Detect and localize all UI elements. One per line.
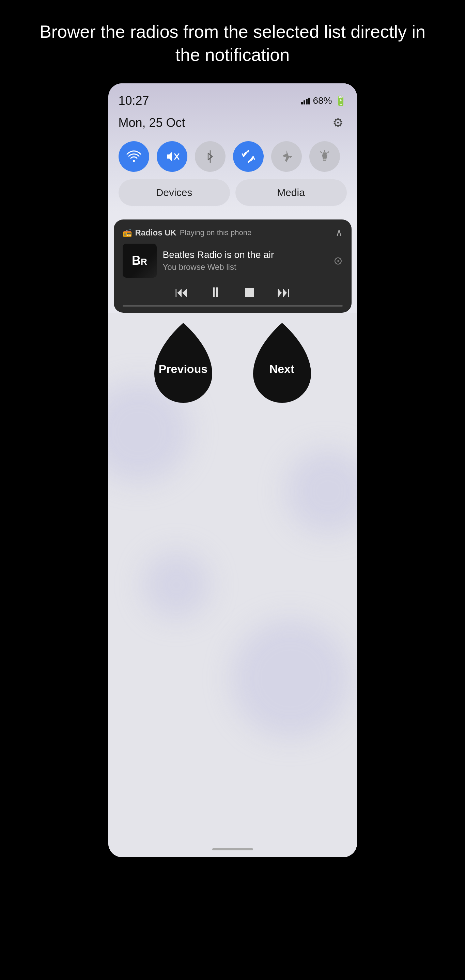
status-time: 10:27 bbox=[118, 94, 149, 108]
action-buttons: Devices Media bbox=[118, 179, 347, 206]
next-button[interactable]: ⏭ bbox=[277, 285, 291, 300]
playback-controls: ⏮ ⏸ ⏹ ⏭ bbox=[123, 285, 343, 300]
svg-line-7 bbox=[328, 152, 329, 153]
track-subtitle: You browse Web list bbox=[163, 262, 328, 272]
radio-icon: 📻 bbox=[123, 228, 132, 237]
notification-shade: 10:27 68% 🔋 Mon, 25 Oct ⚙ bbox=[108, 83, 357, 213]
bg-decoration bbox=[142, 551, 211, 619]
bg-decoration bbox=[286, 449, 357, 534]
bg-decoration bbox=[231, 619, 350, 738]
bottom-handle bbox=[212, 848, 253, 850]
overlay-buttons: Previous Next bbox=[108, 313, 357, 408]
battery-icon: 🔋 bbox=[335, 95, 347, 107]
track-title: Beatles Radio is on the air bbox=[163, 250, 328, 260]
quick-toggles bbox=[118, 141, 347, 172]
media-button[interactable]: Media bbox=[235, 179, 347, 206]
status-icons: 68% 🔋 bbox=[301, 95, 347, 107]
app-name: Radios UK bbox=[135, 228, 176, 237]
svg-line-6 bbox=[321, 152, 321, 153]
media-info: Beatles Radio is on the air You browse W… bbox=[163, 250, 328, 272]
expand-icon[interactable]: ∧ bbox=[336, 227, 343, 238]
status-bar: 10:27 68% 🔋 bbox=[118, 94, 347, 108]
mute-toggle[interactable] bbox=[157, 141, 187, 172]
album-art: BR bbox=[123, 243, 157, 278]
cast-icon[interactable]: ⊙ bbox=[334, 254, 343, 267]
settings-icon[interactable]: ⚙ bbox=[329, 114, 347, 132]
media-content: BR Beatles Radio is on the air You brows… bbox=[123, 243, 343, 278]
next-label: Next bbox=[270, 363, 295, 375]
battery-percentage: 68% bbox=[313, 95, 332, 106]
devices-button[interactable]: Devices bbox=[118, 179, 230, 206]
prev-button[interactable]: ⏮ bbox=[175, 285, 189, 300]
sync-toggle[interactable] bbox=[233, 141, 264, 172]
phone-frame: 10:27 68% 🔋 Mon, 25 Oct ⚙ bbox=[108, 83, 357, 857]
page-title: Brower the radios from the selected list… bbox=[0, 0, 465, 83]
app-info: 📻 Radios UK Playing on this phone bbox=[123, 228, 252, 237]
wifi-toggle[interactable] bbox=[118, 141, 149, 172]
flashlight-toggle[interactable] bbox=[309, 141, 340, 172]
date-label: Mon, 25 Oct bbox=[118, 116, 185, 130]
stop-button[interactable]: ⏹ bbox=[243, 285, 257, 300]
previous-label: Previous bbox=[159, 363, 208, 375]
pause-button[interactable]: ⏸ bbox=[209, 285, 222, 300]
phone-body: Previous Next bbox=[108, 313, 357, 857]
next-droplet[interactable]: Next bbox=[243, 320, 321, 408]
date-row: Mon, 25 Oct ⚙ bbox=[118, 114, 347, 132]
signal-icon bbox=[301, 97, 310, 105]
progress-bar bbox=[123, 305, 343, 307]
bluetooth-toggle[interactable] bbox=[195, 141, 225, 172]
airplane-toggle[interactable] bbox=[271, 141, 302, 172]
notification-header: 📻 Radios UK Playing on this phone ∧ bbox=[123, 227, 343, 238]
svg-rect-3 bbox=[323, 153, 327, 154]
previous-droplet[interactable]: Previous bbox=[144, 320, 222, 408]
playing-label: Playing on this phone bbox=[180, 228, 251, 237]
svg-point-4 bbox=[323, 159, 326, 160]
